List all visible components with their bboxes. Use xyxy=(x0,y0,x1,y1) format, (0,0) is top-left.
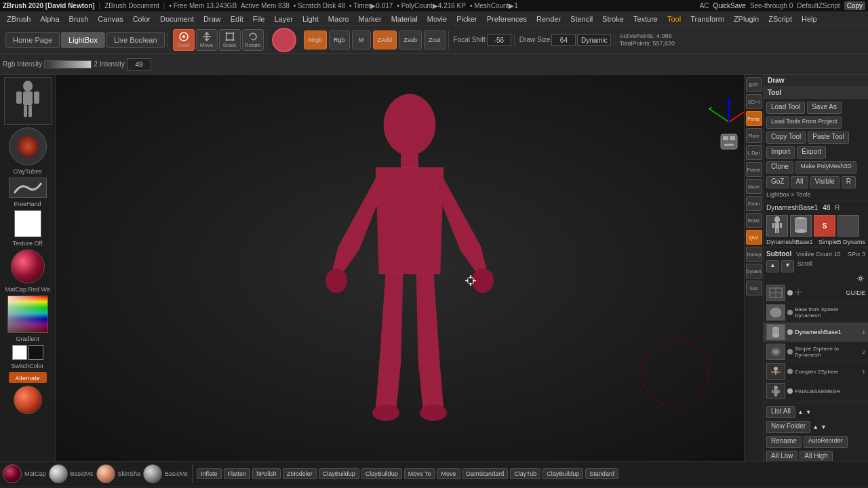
menu-canvas[interactable]: Canvas xyxy=(94,14,127,24)
scale-btn[interactable]: Scale xyxy=(219,29,241,51)
ldyn-btn[interactable]: L.Dyn xyxy=(746,145,762,160)
sub-btn[interactable]: Sub xyxy=(746,281,762,296)
fg-color[interactable] xyxy=(12,345,27,360)
menu-zscript[interactable]: ZScript xyxy=(764,14,796,24)
seethrough-btn[interactable]: See-through 0 xyxy=(750,2,793,9)
canvas-move-btn[interactable]: Move xyxy=(746,179,762,194)
scroll-down-btn[interactable]: ▼ xyxy=(781,260,794,272)
tab-liveboolean[interactable]: Live Boolean xyxy=(106,32,165,48)
bg-color[interactable] xyxy=(28,345,43,360)
menu-zbrush[interactable]: ZBrush xyxy=(3,14,35,24)
intensity-slider[interactable] xyxy=(44,60,92,68)
flatten-btn[interactable]: Flatten xyxy=(224,468,251,479)
basicmc-ball[interactable] xyxy=(49,464,68,483)
matcap-ball[interactable] xyxy=(3,464,22,483)
paste-tool-btn[interactable]: Paste Tool xyxy=(808,131,849,144)
export-btn[interactable]: Export xyxy=(797,146,826,159)
all-btn[interactable]: All xyxy=(791,176,808,188)
zsub-btn[interactable]: Zsub xyxy=(399,30,422,49)
claybuildup-btn1[interactable]: ClayBuildup xyxy=(319,468,359,479)
hpolish-btn[interactable]: hPolish xyxy=(252,468,281,479)
menu-draw[interactable]: Draw xyxy=(199,14,225,24)
menu-transform[interactable]: Transform xyxy=(686,14,728,24)
menu-preferences[interactable]: Preferences xyxy=(483,14,531,24)
subtool-complex-zsphere[interactable]: Complex ZSphere 1 xyxy=(764,362,868,382)
default-script[interactable]: DefaultZScript xyxy=(797,2,840,9)
menu-color[interactable]: Color xyxy=(129,14,155,24)
claytub-btn[interactable]: ClayTub xyxy=(510,468,540,479)
claybuildup-btn3[interactable]: ClayBuildup xyxy=(542,468,583,479)
draw-btn[interactable]: Draw xyxy=(173,29,195,51)
tool-thumb-1[interactable] xyxy=(766,215,788,237)
alternate-btn[interactable]: Alternate xyxy=(9,372,47,383)
inflate-btn[interactable]: Inflate xyxy=(197,468,222,479)
subtool-dynamesh-base1[interactable]: DynameshBase1 1 xyxy=(764,323,868,342)
menu-material[interactable]: Material xyxy=(387,14,422,24)
visible-btn[interactable]: Visible xyxy=(810,176,840,188)
dynam-btn[interactable]: Dynam xyxy=(746,264,762,279)
rotate-btn[interactable]: Rotate xyxy=(242,29,264,51)
menu-stencil[interactable]: Stencil xyxy=(566,14,597,24)
scroll-up-btn[interactable]: ▲ xyxy=(766,260,779,272)
list-all-btn[interactable]: List All xyxy=(766,406,795,418)
mrgb-btn[interactable]: Mrgb xyxy=(304,30,328,49)
moveto-btn[interactable]: Move To xyxy=(404,468,435,479)
persp-btn[interactable]: Persp xyxy=(746,111,762,126)
zcut-btn[interactable]: Zcut xyxy=(424,30,446,49)
clone-btn[interactable]: Clone xyxy=(766,161,793,174)
rgb-btn[interactable]: Rgb xyxy=(329,30,350,49)
folder-up-icon[interactable]: ▲ xyxy=(812,424,818,430)
brush-preview[interactable] xyxy=(272,28,296,52)
move-btn[interactable]: Move xyxy=(196,29,218,51)
rotat-btn[interactable]: RotAt xyxy=(746,213,762,228)
menu-movie[interactable]: Movie xyxy=(423,14,451,24)
menu-help[interactable]: Help xyxy=(797,14,821,24)
menu-render[interactable]: Render xyxy=(532,14,565,24)
menu-stroke[interactable]: Stroke xyxy=(598,14,628,24)
move-brush-btn[interactable]: Move xyxy=(437,468,460,479)
all-low-btn[interactable]: All Low xyxy=(766,451,797,461)
intensity-val[interactable]: 49 xyxy=(127,58,151,70)
canvas-area[interactable]: BPP SCr+l Persp Floor L.Dyn Frame Move Z… xyxy=(56,75,763,461)
gear-icon[interactable] xyxy=(856,274,865,283)
matcap-sphere[interactable] xyxy=(11,249,45,283)
copy-tool-btn[interactable]: Copy Tool xyxy=(766,131,806,144)
subtool-base-sphere[interactable]: Base from Sphere Dynamesh xyxy=(764,303,868,323)
quicksave-btn[interactable]: QuickSave xyxy=(713,2,746,9)
make-polymesh-btn[interactable]: Make PolyMesh3D xyxy=(795,161,856,174)
color-picker[interactable] xyxy=(7,296,48,333)
folder-down-icon[interactable]: ▼ xyxy=(821,424,827,430)
load-tools-project-btn[interactable]: Load Tools From Project xyxy=(766,117,842,129)
bpp-btn[interactable]: BPP xyxy=(746,77,762,92)
menu-layer[interactable]: Layer xyxy=(270,14,297,24)
menu-picker[interactable]: Picker xyxy=(452,14,481,24)
menu-document[interactable]: Document xyxy=(156,14,198,24)
save-as-btn[interactable]: Save As xyxy=(807,102,842,114)
tool-thumb-4[interactable] xyxy=(837,215,859,237)
menu-texture[interactable]: Texture xyxy=(629,14,662,24)
subtool-simple-zsphere[interactable]: Simple Zsphere to Dynamesh 2 xyxy=(764,342,868,362)
subtool-finalbasemesh[interactable]: FINALBASEMESH xyxy=(764,382,868,401)
claytube-brush[interactable] xyxy=(9,127,47,165)
basicmc2-ball[interactable] xyxy=(143,464,162,483)
rename-btn[interactable]: Rename xyxy=(766,436,802,448)
goz-btn[interactable]: GoZ xyxy=(766,176,789,188)
menu-marker[interactable]: Marker xyxy=(354,14,385,24)
claybuildup-btn2[interactable]: ClayBuildup xyxy=(361,468,402,479)
brush-sphere-bottom[interactable] xyxy=(14,386,42,414)
menu-tool[interactable]: Tool xyxy=(663,14,685,24)
list-down-icon[interactable]: ▼ xyxy=(806,409,812,415)
transp-btn[interactable]: Transp xyxy=(746,247,762,262)
zadd-btn[interactable]: ZAdd xyxy=(373,30,397,49)
brush-thumbnail[interactable] xyxy=(4,77,52,125)
menu-brush[interactable]: Brush xyxy=(65,14,93,24)
dynamic-btn[interactable]: Dynamic xyxy=(577,34,611,46)
white-swatch[interactable] xyxy=(14,210,41,237)
m-btn[interactable]: M xyxy=(352,30,371,49)
all-high-btn[interactable]: All High xyxy=(800,451,832,461)
import-btn[interactable]: Import xyxy=(766,146,795,159)
load-tool-btn[interactable]: Load Tool xyxy=(766,102,805,114)
frame-btn[interactable]: Frame xyxy=(746,162,762,177)
damstandard-btn[interactable]: DamStandard xyxy=(462,468,509,479)
menu-zplugin[interactable]: ZPlugin xyxy=(730,14,763,24)
